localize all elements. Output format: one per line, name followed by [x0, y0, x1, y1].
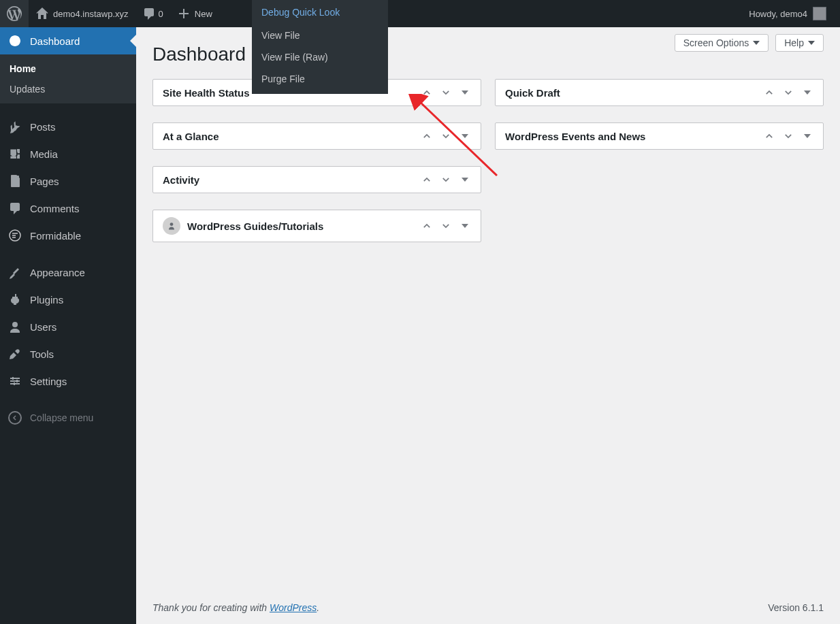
widget-wp-events-news: WordPress Events and News [495, 122, 824, 150]
svg-rect-7 [12, 377, 14, 380]
move-up-button[interactable] [421, 130, 433, 142]
help-button[interactable]: Help [775, 34, 824, 52]
posts-icon [8, 120, 22, 133]
widget-title: WordPress Events and News [505, 131, 763, 142]
my-account-menu[interactable]: Howdy, demo4 [742, 0, 833, 27]
debug-quick-look-dropdown: Debug Quick Look View File View File (Ra… [252, 0, 388, 94]
move-up-button[interactable] [763, 86, 775, 99]
widget-wp-guides: WordPress Guides/Tutorials [152, 210, 481, 242]
menu-appearance[interactable]: Appearance [0, 259, 136, 286]
move-up-button[interactable] [421, 220, 433, 232]
menu-label: Media [30, 148, 58, 160]
screen-options-label: Screen Options [683, 37, 749, 48]
move-up-button[interactable] [421, 86, 433, 99]
svg-rect-4 [10, 378, 20, 379]
caret-down-icon [462, 91, 468, 95]
toggle-button[interactable] [801, 86, 813, 99]
widget-title: At a Glance [163, 131, 421, 142]
screen-options-button[interactable]: Screen Options [675, 34, 769, 52]
svg-rect-5 [10, 380, 20, 382]
menu-users[interactable]: Users [0, 313, 136, 340]
appearance-icon [8, 265, 22, 279]
wordpress-logo-icon [7, 6, 22, 21]
widget-at-a-glance: At a Glance [152, 122, 481, 150]
comments-count: 0 [159, 9, 163, 19]
svg-rect-9 [14, 382, 15, 385]
caret-down-icon [462, 224, 468, 228]
menu-plugins[interactable]: Plugins [0, 286, 136, 313]
collapse-label: Collapse menu [30, 412, 93, 423]
guide-avatar-icon [163, 217, 180, 235]
widgets-left-column: Site Health Status At a Glance [152, 79, 481, 242]
dropdown-item-view-file[interactable]: View File [252, 24, 388, 46]
dropdown-header[interactable]: Debug Quick Look [252, 0, 388, 24]
menu-posts[interactable]: Posts [0, 113, 136, 140]
wp-logo-menu[interactable] [0, 0, 29, 27]
widget-title: Quick Draft [505, 87, 763, 99]
move-down-button[interactable] [440, 174, 452, 186]
site-name-menu[interactable]: demo4.instawp.xyz [29, 0, 135, 27]
toggle-button[interactable] [459, 174, 471, 186]
media-icon [8, 147, 22, 161]
admin-footer: Thank you for creating with WordPress. V… [136, 591, 840, 624]
users-icon [8, 320, 22, 333]
menu-media[interactable]: Media [0, 140, 136, 167]
howdy-text: Howdy, demo4 [749, 9, 807, 19]
menu-comments[interactable]: Comments [0, 195, 136, 222]
move-down-button[interactable] [440, 130, 452, 142]
comments-icon [8, 201, 22, 215]
move-down-button[interactable] [782, 86, 794, 99]
svg-point-0 [11, 151, 16, 157]
menu-settings[interactable]: Settings [0, 367, 136, 395]
svg-point-3 [12, 322, 18, 327]
caret-down-icon [753, 41, 760, 45]
move-down-button[interactable] [782, 130, 794, 142]
collapse-icon [8, 411, 22, 425]
submenu-updates[interactable]: Updates [0, 79, 136, 99]
help-label: Help [784, 37, 804, 48]
caret-down-icon [804, 91, 811, 95]
plugins-icon [8, 293, 22, 306]
toggle-button[interactable] [459, 220, 471, 232]
move-down-button[interactable] [440, 220, 452, 232]
collapse-menu[interactable]: Collapse menu [0, 404, 136, 431]
admin-bar: demo4.instawp.xyz 0 New Howdy, demo4 [0, 0, 840, 27]
toggle-button[interactable] [459, 86, 471, 99]
toggle-button[interactable] [459, 130, 471, 142]
menu-label: Appearance [30, 267, 85, 278]
page-title: Dashboard [152, 37, 246, 79]
avatar-icon [813, 7, 826, 20]
move-up-button[interactable] [763, 130, 775, 142]
widget-title: Activity [163, 174, 421, 186]
comments-menu[interactable]: 0 [135, 0, 170, 27]
menu-tools[interactable]: Tools [0, 340, 136, 367]
comment-icon [142, 7, 156, 20]
wordpress-link[interactable]: WordPress [270, 602, 317, 613]
move-down-button[interactable] [440, 86, 452, 99]
new-content-menu[interactable]: New [170, 0, 219, 27]
menu-dashboard[interactable]: Dashboard [0, 27, 136, 54]
menu-label: Pages [30, 176, 59, 187]
admin-sidebar: Dashboard Home Updates Posts Media Pages… [0, 27, 136, 624]
move-up-button[interactable] [421, 174, 433, 186]
widget-title: WordPress Guides/Tutorials [187, 220, 323, 232]
footer-thankyou: Thank you for creating with WordPress. [152, 602, 319, 613]
menu-label: Plugins [30, 294, 63, 306]
home-icon [35, 7, 49, 20]
menu-label: Tools [30, 348, 54, 360]
menu-formidable[interactable]: Formidable [0, 222, 136, 249]
widget-quick-draft: Quick Draft [495, 79, 824, 106]
toggle-button[interactable] [801, 130, 813, 142]
svg-point-10 [170, 223, 174, 226]
plus-icon [177, 7, 191, 20]
submenu-home[interactable]: Home [0, 59, 136, 79]
tools-icon [8, 347, 22, 361]
dropdown-item-view-file-raw[interactable]: View File (Raw) [252, 46, 388, 68]
dropdown-item-purge-file[interactable]: Purge File [252, 68, 388, 90]
caret-down-icon [804, 134, 811, 138]
widget-activity: Activity [152, 166, 481, 193]
menu-label: Formidable [30, 230, 81, 242]
menu-pages[interactable]: Pages [0, 167, 136, 195]
dashboard-submenu: Home Updates [0, 54, 136, 103]
svg-rect-8 [16, 380, 18, 382]
